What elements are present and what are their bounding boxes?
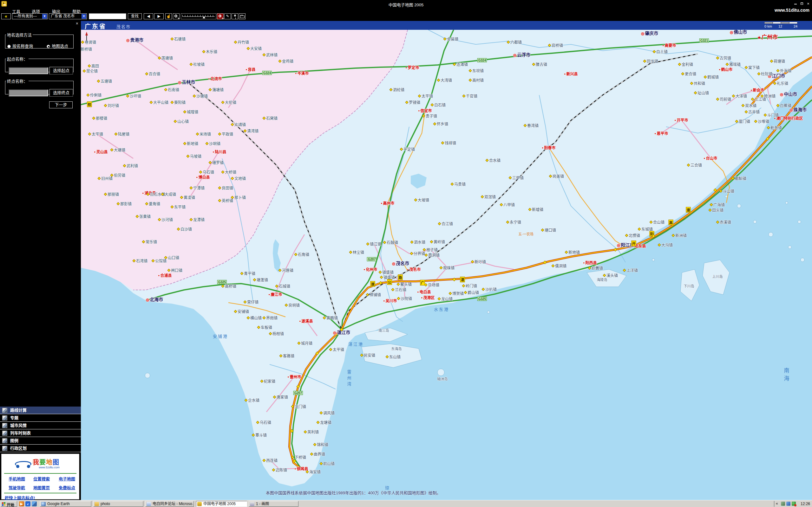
show-desktop-icon[interactable] — [32, 501, 37, 506]
map-label-town: 古井镇 — [745, 109, 760, 114]
map-label-town: 文地镇 — [231, 176, 246, 181]
tray-chevron-icon[interactable]: « — [776, 501, 778, 506]
sidebar-item-城市风情[interactable]: 城市风情 — [0, 422, 81, 429]
map-label-town: 罗镜镇 — [406, 100, 420, 105]
map-label-town: 腰古镇 — [532, 61, 547, 67]
map-label-town: 黄略镇 — [323, 315, 338, 320]
pan-hand-icon[interactable]: ☝ — [165, 13, 172, 19]
promo-link-免费标点[interactable]: 免费标点 — [59, 485, 75, 491]
zoom-in-icon-active[interactable] — [217, 13, 223, 19]
menu-bar: 工具 选项 输出 帮助 www.51ditu.com — [0, 8, 812, 13]
map-canvas[interactable]: 广州市佛山市肇庆市江门市中山市珠海市云浮市阳江市茂名市湛江市玉林市贵港市北海市茂… — [81, 21, 812, 500]
map-label-town: 公馆镇 — [152, 258, 166, 263]
choose-start-button[interactable]: 选择起点 — [49, 67, 73, 74]
radio-map-pick[interactable]: 地图选点 — [47, 43, 68, 49]
sidebar-close-icon[interactable]: × — [76, 21, 78, 25]
chevron-down-icon[interactable]: ▼ — [82, 14, 86, 19]
map-label-town: 菱角镇 — [146, 201, 160, 206]
collapse-sidebar-button[interactable]: « — [1, 13, 11, 19]
promo-link-驾驶导航[interactable]: 驾驶导航 — [9, 485, 25, 491]
globe-icon — [41, 502, 46, 506]
map-label-town: 分界镇 — [410, 250, 425, 256]
road-badge-national: G325 — [217, 280, 227, 284]
map-label-town: 大伦镇 — [222, 100, 236, 105]
map-label-town: 太平镇 — [418, 93, 433, 99]
map-label-town: 安铺镇 — [235, 308, 249, 314]
zoom-slider-rail — [183, 16, 215, 17]
map-label-county: 罗定市 — [406, 65, 419, 70]
road-badge-national: G207 — [367, 257, 376, 262]
draw-pencil-icon[interactable]: ✎ — [224, 13, 231, 19]
start-point-group: 起点名称： 选择起点 — [5, 56, 73, 72]
taskbar-task-1 - 画图[interactable]: 1 - 画图 — [249, 501, 299, 507]
task-label: photo — [101, 502, 110, 506]
zoom-out-icon[interactable] — [173, 13, 180, 19]
map-label-town: 山口镇 — [165, 255, 179, 260]
promo-link-地图黄页[interactable]: 地图黄页 — [33, 485, 50, 491]
start-button[interactable]: 开始 — [1, 501, 17, 507]
promo-link-位置搜索[interactable]: 位置搜索 — [33, 475, 50, 482]
taskbar: 开始 ▶ e Google Earthphoto电白同乡论坛 - Microso… — [0, 500, 812, 507]
map-label-town: 新洲镇 — [672, 233, 687, 238]
map-label-county: 电白县 — [417, 289, 431, 294]
map-label-town: 雅瑶镇 — [726, 61, 741, 67]
map-label-town: 石鼓镇 — [384, 239, 398, 245]
map-label-town: 三甲镇 — [509, 175, 524, 180]
taskbar-task-中国电子地图 2005[interactable]: 中国电子地图 2005 — [196, 501, 247, 507]
menu-item-label: 路线计算 — [10, 406, 27, 414]
offline-icon[interactable] — [792, 502, 796, 506]
sidebar-item-行政区划[interactable]: 行政区划 — [0, 445, 81, 452]
open-folder-icon[interactable] — [239, 13, 246, 19]
end-point-input[interactable] — [9, 89, 48, 96]
taskbar-task-Google Earth[interactable]: Google Earth — [40, 501, 91, 507]
internet-explorer-icon[interactable]: e — [26, 501, 31, 506]
category-dropdown[interactable]: ---所有类别--- ▼ — [12, 13, 48, 19]
marker-pin-icon[interactable] — [232, 13, 238, 19]
map-label-town: 新圩镇 — [471, 259, 486, 264]
map-label-town: 莲塘镇 — [158, 55, 173, 60]
map-label-prefecture: 云浮市 — [513, 51, 530, 58]
media-player-icon[interactable]: ▶ — [19, 501, 24, 506]
sidebar-item-列车时刻表[interactable]: 列车时刻表 — [0, 429, 81, 437]
menu-item-icon — [2, 431, 7, 436]
radio-by-name[interactable]: 按名称查询 — [7, 44, 33, 49]
next-step-button[interactable]: 下一步 — [49, 101, 72, 108]
end-point-title: 终点名称： — [6, 78, 29, 84]
start-point-input[interactable] — [9, 67, 48, 74]
sidebar-item-专题[interactable]: 专题 — [0, 414, 81, 422]
map-label-town: 界炮镇 — [263, 315, 277, 320]
map-label-island: 上川岛 — [712, 274, 723, 279]
restore-button[interactable] — [799, 2, 804, 6]
map-label-town: 马坡镇 — [187, 153, 201, 159]
sidebar-item-图例[interactable]: 图例 — [0, 437, 81, 445]
update-icon[interactable] — [781, 502, 785, 506]
choose-end-button[interactable]: 选择终点 — [49, 89, 73, 97]
task-label: 中国电子地图 2005 — [203, 502, 236, 506]
map-label-town: 兰石镇 — [392, 287, 406, 292]
map-label-county: 北流市 — [208, 76, 222, 81]
logo-url: www.51ditu.com — [10, 466, 88, 469]
map-label-town: 伶俐镇 — [87, 92, 101, 98]
chevron-down-icon[interactable]: ▼ — [42, 14, 47, 19]
promo-link-手机地图[interactable]: 手机地图 — [9, 475, 25, 482]
minimize-button[interactable] — [793, 2, 798, 6]
zoom-slider[interactable] — [181, 13, 216, 19]
region-dropdown[interactable]: 广东省 茂名市 ▼ — [49, 13, 87, 19]
find-button[interactable]: 查找 — [128, 13, 142, 19]
search-input[interactable] — [89, 13, 126, 19]
taskbar-task-photo[interactable]: photo — [93, 501, 143, 507]
map-label-county: 恩平市 — [655, 130, 668, 136]
sidebar-item-路线计算[interactable]: 路线计算 — [0, 406, 81, 414]
taskbar-task-电白同乡论坛 - Microso...[interactable]: 电白同乡论坛 - Microso... — [145, 501, 194, 507]
map-label-town: 林尘镇 — [350, 249, 364, 255]
map-label-town: 石塘镇 — [171, 36, 186, 42]
map-label-town: 合江镇 — [438, 221, 453, 226]
zoom-slider-thumb[interactable] — [203, 16, 205, 18]
map-label-town: 六靖镇 — [231, 122, 246, 127]
promo-link-电子地图[interactable]: 电子地图 — [59, 475, 75, 482]
forward-button[interactable]: ▶ — [154, 13, 164, 19]
close-button[interactable]: × — [806, 2, 811, 6]
network-icon[interactable] — [786, 502, 791, 506]
map-label-town: 金利镇 — [678, 61, 693, 67]
back-button[interactable]: ◀ — [144, 13, 153, 19]
